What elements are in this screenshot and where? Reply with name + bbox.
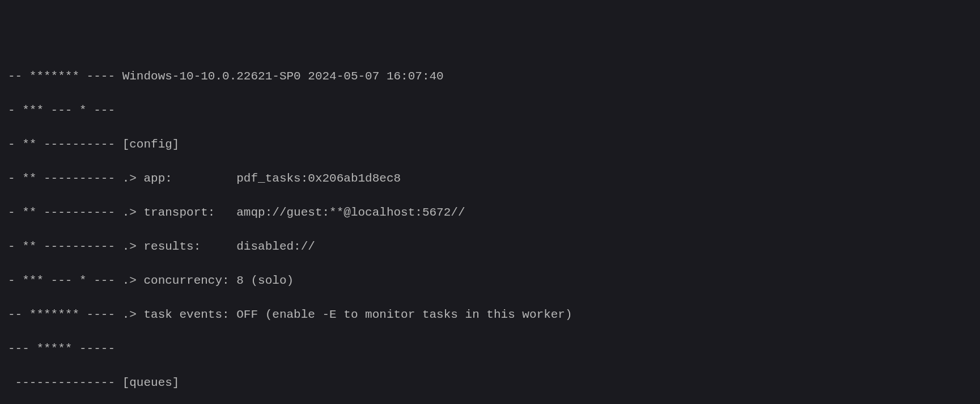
banner-line-results: - ** ---------- .> results: disabled:// <box>8 238 972 255</box>
banner-line-concurrency: - *** --- * --- .> concurrency: 8 (solo) <box>8 272 972 289</box>
banner-line: - *** --- * --- <box>8 102 972 119</box>
banner-line-config-header: - ** ---------- [config] <box>8 136 972 153</box>
banner-line: --- ***** ----- <box>8 340 972 357</box>
banner-line-transport: - ** ---------- .> transport: amqp://gue… <box>8 204 972 221</box>
banner-line-app: - ** ---------- .> app: pdf_tasks:0x206a… <box>8 170 972 187</box>
banner-line-platform: -- ******* ---- Windows-10-10.0.22621-SP… <box>8 68 972 85</box>
banner-line-queues-header: -------------- [queues] <box>8 374 972 392</box>
banner-line-task-events: -- ******* ---- .> task events: OFF (ena… <box>8 306 972 323</box>
